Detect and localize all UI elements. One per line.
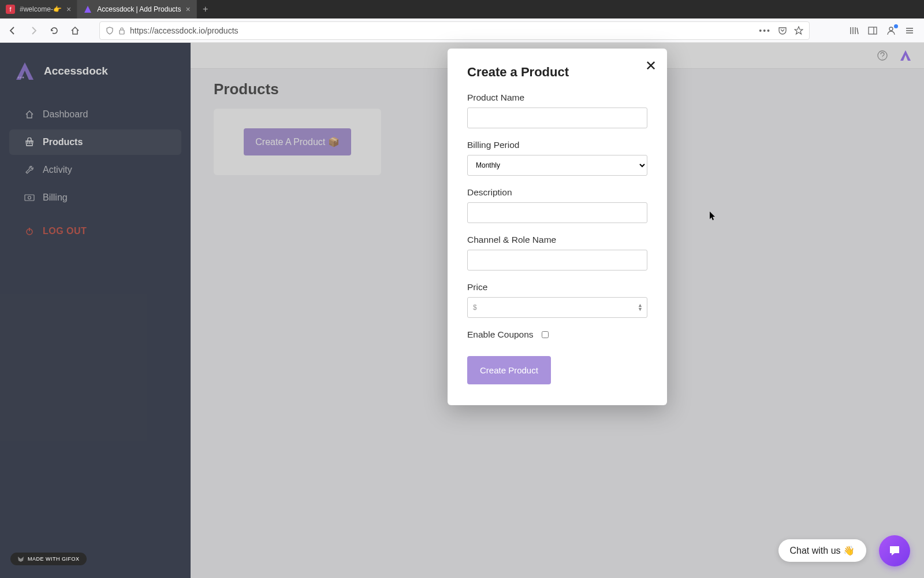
create-product-submit[interactable]: Create Product	[467, 356, 551, 384]
tab-favicon-icon	[83, 5, 92, 14]
create-product-button[interactable]: Create A Product 📦	[244, 128, 351, 155]
browser-tab-welcome[interactable]: f #welcome-👉 ×	[0, 0, 77, 18]
logout-label: LOG OUT	[43, 226, 87, 236]
wrench-icon	[24, 165, 35, 175]
new-tab-button[interactable]: +	[197, 0, 214, 18]
forward-button[interactable]	[25, 23, 42, 39]
url-text: https://accessdock.io/products	[130, 26, 239, 35]
sidebar-item-activity[interactable]: Activity	[9, 157, 181, 183]
url-bar[interactable]: https://accessdock.io/products •••	[99, 21, 810, 40]
home-icon	[24, 110, 35, 119]
tab-close-icon[interactable]: ×	[66, 5, 71, 14]
empty-product-card: Create A Product 📦	[214, 109, 381, 175]
fox-icon	[17, 555, 24, 562]
chat-pill[interactable]: Chat with us 👋	[778, 539, 866, 562]
cursor-icon	[710, 212, 717, 221]
svg-rect-1	[869, 27, 877, 34]
account-icon[interactable]	[886, 25, 896, 36]
sidebar: Accessdock Dashboard Products Activity	[0, 43, 191, 578]
sidebar-item-label: Products	[43, 137, 83, 147]
svg-point-11	[28, 197, 31, 199]
product-name-input[interactable]	[467, 108, 647, 128]
sidebar-logout[interactable]: LOG OUT	[9, 218, 181, 244]
library-icon[interactable]	[849, 25, 859, 36]
chat-pill-label: Chat with us 👋	[790, 545, 855, 556]
product-name-label: Product Name	[467, 92, 647, 103]
brand-mark-icon[interactable]	[899, 49, 912, 62]
tab-title: Accessdock | Add Products	[97, 5, 181, 13]
sidebar-item-label: Activity	[43, 165, 72, 175]
modal-close-button[interactable]: ✕	[645, 58, 657, 74]
currency-prefix: $	[473, 303, 477, 312]
svg-point-8	[20, 77, 22, 79]
channel-role-label: Channel & Role Name	[467, 235, 647, 245]
tab-title: #welcome-👉	[20, 5, 62, 13]
sidebar-item-label: Dashboard	[43, 109, 88, 120]
sidebar-item-products[interactable]: Products	[9, 129, 181, 155]
star-icon[interactable]	[794, 26, 803, 35]
sidebar-item-billing[interactable]: Billing	[9, 185, 181, 210]
modal-title: Create a Product	[467, 65, 647, 80]
browser-tab-strip: f #welcome-👉 × Accessdock | Add Products…	[0, 0, 924, 18]
tab-close-icon[interactable]: ×	[185, 5, 190, 14]
reload-button[interactable]	[46, 23, 62, 39]
sidebar-item-dashboard[interactable]: Dashboard	[9, 102, 181, 127]
meatball-icon[interactable]: •••	[759, 26, 771, 35]
home-button[interactable]	[67, 23, 83, 39]
basket-icon	[24, 138, 35, 147]
description-label: Description	[467, 187, 647, 198]
main-content: Products Create A Product 📦 ✕ Create a P…	[191, 43, 924, 578]
description-input[interactable]	[467, 202, 647, 223]
channel-role-input[interactable]	[467, 250, 647, 271]
create-product-modal: ✕ Create a Product Product Name Billing …	[448, 49, 667, 405]
gifox-label: MADE WITH GIFOX	[28, 556, 80, 562]
sidebar-item-label: Billing	[43, 192, 68, 203]
stepper-icon[interactable]: ▲▼	[638, 303, 643, 312]
enable-coupons-label: Enable Coupons	[467, 329, 534, 340]
pocket-icon[interactable]	[778, 26, 787, 35]
svg-rect-0	[120, 30, 124, 34]
browser-tab-accessdock[interactable]: Accessdock | Add Products ×	[77, 0, 196, 18]
svg-point-3	[889, 27, 893, 31]
shield-icon[interactable]	[106, 27, 114, 35]
svg-rect-10	[25, 195, 34, 201]
brand-name: Accessdock	[44, 65, 108, 77]
chat-fab[interactable]	[879, 535, 910, 566]
brand[interactable]: Accessdock	[0, 53, 191, 101]
svg-point-7	[18, 77, 20, 79]
menu-icon[interactable]	[904, 25, 915, 36]
app-root: Accessdock Dashboard Products Activity	[0, 43, 924, 578]
tab-favicon-icon: f	[6, 5, 15, 14]
browser-toolbar: https://accessdock.io/products •••	[0, 18, 924, 43]
svg-point-9	[23, 77, 24, 79]
cash-icon	[24, 194, 35, 202]
enable-coupons-checkbox[interactable]	[542, 331, 549, 338]
sidebar-toggle-icon[interactable]	[867, 25, 878, 36]
brand-logo-icon	[13, 59, 37, 83]
price-label: Price	[467, 282, 647, 292]
power-icon	[24, 227, 35, 236]
lock-icon[interactable]	[118, 27, 125, 35]
price-input[interactable]	[467, 297, 647, 318]
chat-icon	[888, 544, 901, 558]
back-button[interactable]	[5, 23, 21, 39]
billing-period-label: Billing Period	[467, 140, 647, 150]
billing-period-select[interactable]: Monthly	[467, 155, 647, 176]
gifox-badge[interactable]: MADE WITH GIFOX	[10, 553, 87, 565]
help-icon[interactable]	[877, 50, 888, 61]
